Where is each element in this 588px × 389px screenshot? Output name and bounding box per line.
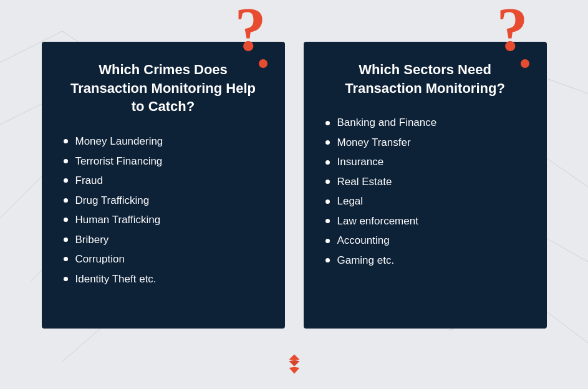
list-item: Human Trafficking [64, 212, 263, 228]
list-item: Banking and Finance [325, 115, 525, 131]
bottom-logo [283, 353, 306, 378]
sectors-card-title: Which Sectors Need Transaction Monitorin… [325, 60, 525, 97]
list-item: Money Transfer [325, 135, 525, 151]
list-item: Accounting [325, 233, 525, 249]
crimes-card: ? Which Crimes Does Transaction Monitori… [42, 42, 285, 329]
svg-marker-30 [289, 360, 299, 367]
list-item: Drug Trafficking [64, 193, 263, 209]
list-item: Identity Theft etc. [64, 271, 263, 287]
svg-marker-29 [289, 367, 299, 374]
sectors-card: ? Which Sectors Need Transaction Monitor… [304, 42, 547, 329]
sectors-list: Banking and Finance Money Transfer Insur… [325, 115, 525, 268]
brand-logo-icon [283, 353, 306, 375]
svg-marker-27 [289, 354, 299, 360]
list-item: Legal [325, 193, 525, 209]
page-content: ? Which Crimes Does Transaction Monitori… [0, 29, 588, 360]
list-item: Real Estate [325, 174, 525, 190]
crimes-list: Money Laundering Terrorist Financing Fra… [64, 133, 263, 287]
crimes-card-title: Which Crimes Does Transaction Monitoring… [64, 60, 263, 116]
list-item: Terrorist Financing [64, 153, 263, 170]
list-item: Fraud [64, 173, 263, 189]
list-item: Money Laundering [64, 133, 263, 150]
question-mark-1: ? [235, 0, 266, 60]
list-item: Gaming etc. [325, 252, 525, 269]
list-item: Insurance [325, 154, 525, 170]
question-mark-2: ? [497, 0, 528, 60]
list-item: Bribery [64, 232, 263, 248]
list-item: Law enforcement [325, 213, 525, 229]
list-item: Corruption [64, 251, 263, 267]
